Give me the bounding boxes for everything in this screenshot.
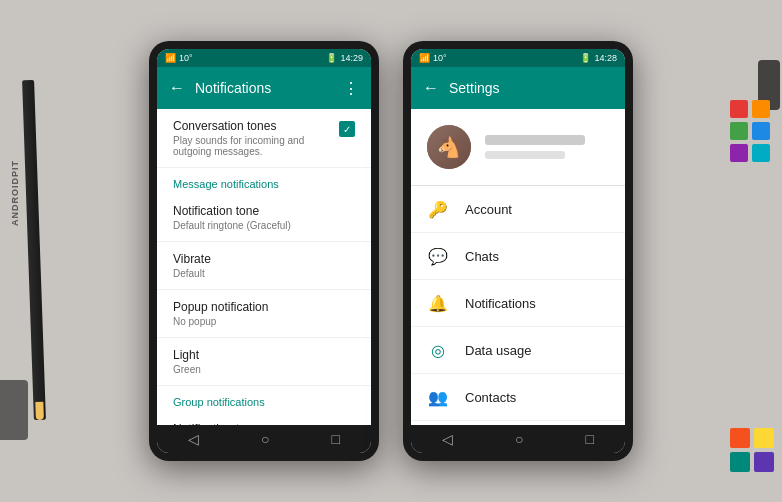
data-usage-label: Data usage: [465, 343, 532, 358]
menu-item-data-usage[interactable]: ◎ Data usage: [411, 327, 625, 374]
data-usage-icon: ◎: [427, 339, 449, 361]
avatar-image: [427, 125, 471, 169]
contacts-icon: 👥: [427, 386, 449, 408]
status-left-icons: 📶 10°: [165, 53, 193, 63]
notifications-header: ← Notifications ⋮: [157, 67, 371, 109]
contacts-label: Contacts: [465, 390, 516, 405]
group-notification-tone-item[interactable]: Notification tone Default ringtone (Grac…: [157, 412, 371, 425]
bell-icon: 🔔: [427, 292, 449, 314]
notification-tone-item[interactable]: Notification tone Default ringtone (Grac…: [157, 194, 371, 242]
settings-header: ← Settings: [411, 67, 625, 109]
nav-bar-right: ◁ ○ □: [411, 425, 625, 453]
nav-recents-left[interactable]: □: [332, 431, 340, 447]
conversation-tones-sub: Play sounds for incoming and outgoing me…: [173, 135, 339, 157]
settings-content: 🔑 Account 💬 Chats 🔔 Notifications ◎ Data…: [411, 109, 625, 425]
signal-icon-right: 📶: [419, 53, 430, 63]
vibrate-item[interactable]: Vibrate Default: [157, 242, 371, 290]
back-button-right[interactable]: ←: [423, 79, 439, 97]
settings-title: Settings: [449, 80, 613, 96]
phone-left: 📶 10° 🔋 14:29 ← Notifications ⋮: [149, 41, 379, 461]
binder-clip-left: [0, 380, 28, 440]
chats-label: Chats: [465, 249, 499, 264]
menu-item-chats[interactable]: 💬 Chats: [411, 233, 625, 280]
more-options-button[interactable]: ⋮: [343, 79, 359, 98]
conversation-tones-item[interactable]: Conversation tones Play sounds for incom…: [157, 109, 371, 168]
temp-display-right: 10°: [433, 53, 447, 63]
message-notifications-label: Message notifications: [157, 168, 371, 194]
avatar: [427, 125, 471, 169]
notification-tone-sub: Default ringtone (Graceful): [173, 220, 355, 231]
status-right-left-icons: 📶 10°: [419, 53, 447, 63]
time-display-right: 14:28: [594, 53, 617, 63]
phones-container: 📶 10° 🔋 14:29 ← Notifications ⋮: [149, 41, 633, 461]
signal-icon: 📶: [165, 53, 176, 63]
group-notifications-label: Group notifications: [157, 386, 371, 412]
androidpit-label: ANDROIDPIT: [10, 160, 20, 226]
profile-status: [485, 151, 565, 159]
color-blocks-top-right: [730, 100, 770, 162]
nav-recents-right[interactable]: □: [586, 431, 594, 447]
notifications-menu-label: Notifications: [465, 296, 536, 311]
nav-back-left[interactable]: ◁: [188, 431, 199, 447]
light-item[interactable]: Light Green: [157, 338, 371, 386]
nav-home-right[interactable]: ○: [515, 431, 523, 447]
key-icon: 🔑: [427, 198, 449, 220]
back-button-left[interactable]: ←: [169, 79, 185, 97]
profile-name: [485, 135, 585, 145]
nav-home-left[interactable]: ○: [261, 431, 269, 447]
nav-back-right[interactable]: ◁: [442, 431, 453, 447]
popup-notification-sub: No popup: [173, 316, 355, 327]
phone-right-screen: 📶 10° 🔋 14:28 ← Settings: [411, 49, 625, 453]
popup-notification-title: Popup notification: [173, 300, 355, 314]
light-title: Light: [173, 348, 355, 362]
battery-icon: 🔋: [326, 53, 337, 63]
status-right-right-icons: 🔋 14:28: [580, 53, 617, 63]
menu-item-account[interactable]: 🔑 Account: [411, 186, 625, 233]
chat-icon: 💬: [427, 245, 449, 267]
menu-item-notifications[interactable]: 🔔 Notifications: [411, 280, 625, 327]
profile-section[interactable]: [411, 109, 625, 186]
status-bar-left: 📶 10° 🔋 14:29: [157, 49, 371, 67]
battery-icon-right: 🔋: [580, 53, 591, 63]
color-blocks-bottom-right: [730, 428, 774, 472]
notifications-content: Conversation tones Play sounds for incom…: [157, 109, 371, 425]
temp-display: 10°: [179, 53, 193, 63]
profile-text: [485, 135, 609, 159]
phone-left-screen: 📶 10° 🔋 14:29 ← Notifications ⋮: [157, 49, 371, 453]
notifications-title: Notifications: [195, 80, 333, 96]
vibrate-sub: Default: [173, 268, 355, 279]
time-display: 14:29: [340, 53, 363, 63]
conversation-tones-title: Conversation tones: [173, 119, 339, 133]
conversation-tones-checkbox[interactable]: ✓: [339, 121, 355, 137]
menu-item-contacts[interactable]: 👥 Contacts: [411, 374, 625, 421]
nav-bar-left: ◁ ○ □: [157, 425, 371, 453]
popup-notification-item[interactable]: Popup notification No popup: [157, 290, 371, 338]
status-bar-right: 📶 10° 🔋 14:28: [411, 49, 625, 67]
notification-tone-title: Notification tone: [173, 204, 355, 218]
phone-right: 📶 10° 🔋 14:28 ← Settings: [403, 41, 633, 461]
light-sub: Green: [173, 364, 355, 375]
vibrate-title: Vibrate: [173, 252, 355, 266]
account-label: Account: [465, 202, 512, 217]
status-right-icons: 🔋 14:29: [326, 53, 363, 63]
